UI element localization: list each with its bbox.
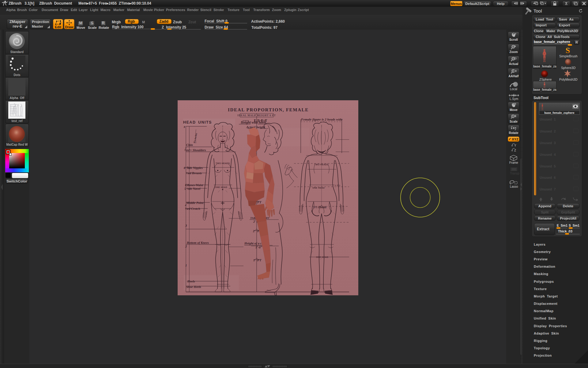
svg-text:Female figure is 2 heads wide: Female figure is 2 heads wide [301, 117, 342, 121]
svg-text:ONE HEAD: ONE HEAD [312, 187, 325, 189]
svg-text:⅓rd Crotch: ⅓rd Crotch [185, 207, 200, 210]
svg-text:Y: Y [514, 144, 516, 147]
svg-text:4: 4 [185, 204, 187, 207]
svg-text:1½ Heads: 1½ Heads [313, 205, 326, 209]
svg-text:Middle Point: Middle Point [186, 201, 204, 205]
svg-text:⅓rd = Shoulders: ⅓rd = Shoulders [184, 148, 206, 152]
svg-text:ONE HEAD: ONE HEAD [215, 186, 227, 188]
svg-text:5 ⅛th Navel: 5 ⅛th Navel [184, 187, 200, 190]
svg-text:Elbows-Waist: Elbows-Waist [185, 183, 203, 187]
svg-text:TWO HEADS: TWO HEADS [314, 163, 328, 166]
svg-text:FT: FT [257, 259, 262, 262]
svg-text:Bottom of Knees: Bottom of Knees [187, 241, 209, 244]
svg-text:HEAD UNITS: HEAD UNITS [183, 120, 212, 125]
svg-text:1′-6″: 1′-6″ [255, 246, 262, 249]
svg-text:8: 8 [184, 125, 185, 128]
svg-text:Chin: Chin [186, 143, 193, 147]
svg-text:Height with heels: Height with heels [240, 121, 266, 125]
svg-text:IDEAL MALE HEIGHT 6 FT: IDEAL MALE HEIGHT 6 FT [237, 114, 276, 117]
svg-text:IDEAL PROPORTION, FEMALE: IDEAL PROPORTION, FEMALE [228, 107, 309, 112]
svg-text:⅓rd Breasts: ⅓rd Breasts [186, 171, 202, 175]
svg-text:2: 2 [253, 229, 255, 233]
svg-text:R: R [102, 21, 105, 25]
svg-text:+ 2¼: + 2¼ [335, 184, 340, 186]
svg-text:M: M [79, 21, 83, 25]
svg-text:1: 1 [185, 264, 187, 267]
svg-text:6 ⅙th Nipples: 6 ⅙th Nipples [184, 166, 203, 170]
svg-text:Heels: Heels [187, 280, 195, 283]
svg-text:ONE HEAD: ONE HEAD [316, 256, 328, 258]
svg-text:7: 7 [185, 147, 187, 150]
svg-text:2: 2 [185, 245, 187, 248]
svg-text:Z: Z [514, 149, 516, 152]
svg-text:3: 3 [185, 224, 187, 227]
svg-text:Shoe Heels: Shoe Heels [186, 285, 201, 289]
svg-text:S: S [566, 47, 570, 54]
svg-text:1: 1 [253, 259, 255, 262]
svg-text:S: S [91, 21, 94, 25]
svg-text:FT: FT [257, 201, 262, 204]
